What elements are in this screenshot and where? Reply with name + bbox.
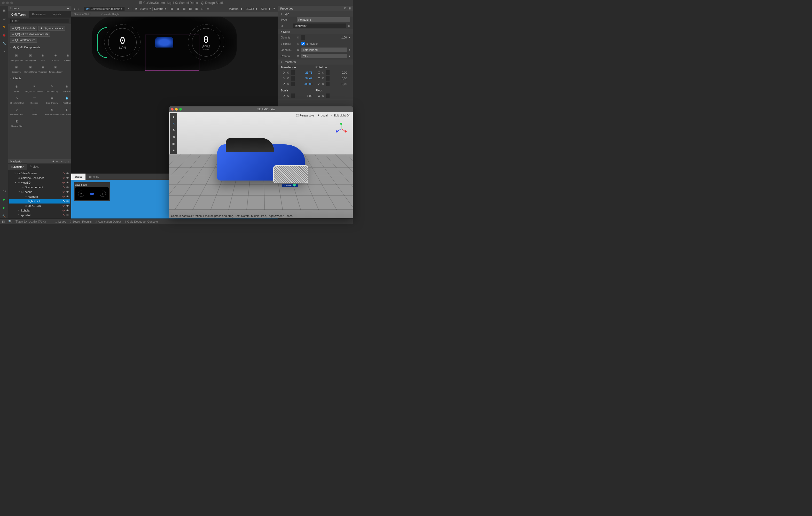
- effect-directional-blur[interactable]: ⬗Directional Blur: [9, 94, 24, 105]
- layout-icon[interactable]: ▦: [194, 6, 199, 11]
- visibility-icon[interactable]: 👁: [66, 213, 69, 217]
- gear-icon[interactable]: ⚙: [297, 48, 300, 51]
- nav-right-icon[interactable]: →: [60, 160, 63, 163]
- opacity-value[interactable]: 1,00: [327, 36, 347, 39]
- toggle-sidebar-icon[interactable]: ◧: [2, 220, 5, 223]
- tz-value[interactable]: -89,93: [296, 82, 313, 85]
- chip-qtquick-studio-components[interactable]: QtQuick.Studio.Components: [10, 32, 50, 37]
- debug-mode-icon[interactable]: 🐞: [2, 32, 7, 38]
- visibility-icon[interactable]: 👁: [66, 190, 69, 194]
- chip-qtquick-controls[interactable]: QtQuick.Controls: [10, 26, 37, 31]
- visibility-icon[interactable]: 👁: [66, 204, 69, 208]
- effect-displace[interactable]: 〰Displace: [25, 94, 44, 105]
- component-screen01[interactable]: ▣Screen01: [9, 63, 23, 74]
- tab-timeline[interactable]: Timeline: [86, 174, 102, 180]
- status-tab-search-results[interactable]: 2 Search Results: [70, 220, 92, 223]
- spinner-icon[interactable]: [301, 35, 305, 40]
- nav-forward-icon[interactable]: ›: [78, 7, 81, 11]
- monitor-icon[interactable]: 🖵: [2, 189, 7, 194]
- layout-icon[interactable]: ▦: [188, 6, 193, 11]
- fit-tool-icon[interactable]: ✦: [171, 148, 176, 153]
- component-kphdial[interactable]: ◉Kphdial: [48, 51, 63, 62]
- effect-color-overlay[interactable]: ✎Color Overlay: [45, 82, 59, 93]
- effect-fast-blur[interactable]: 💧Fast Blur: [60, 94, 71, 105]
- gear-icon[interactable]: ⚙: [287, 77, 290, 80]
- effect-colorize[interactable]: ◉Colorize: [60, 82, 71, 93]
- close-panel-icon[interactable]: ⊟: [348, 7, 351, 10]
- zoom2[interactable]: 33 %: [261, 7, 267, 10]
- chevron-down-icon[interactable]: ▾: [165, 7, 166, 10]
- chevron-down-icon[interactable]: ◆: [241, 7, 242, 10]
- minimize-window-icon[interactable]: [175, 108, 178, 111]
- link-icon[interactable]: ⟲: [62, 186, 64, 189]
- visibility-icon[interactable]: 👁: [66, 186, 69, 189]
- maximize-window-icon[interactable]: [179, 108, 182, 111]
- gear-icon[interactable]: ⚙: [297, 55, 300, 58]
- component-batterydisplay[interactable]: ▣Batterydisplay: [9, 51, 23, 62]
- chip-qtquick-layouts[interactable]: QtQuick.Layouts: [38, 26, 65, 31]
- chevron-down-icon[interactable]: ▾: [349, 55, 350, 57]
- car-3d-model[interactable]: Built with Qt: [217, 144, 305, 196]
- gear-icon[interactable]: ⚙: [287, 94, 290, 97]
- edit3d-viewport[interactable]: ▲ ↖ ✥ ⟲ ◧ ✦ ⬚Perspective ✦Local ♀Edit Li…: [169, 112, 353, 218]
- visibility-icon[interactable]: 👁: [66, 195, 69, 198]
- override-width-label[interactable]: Override Width: [74, 13, 91, 16]
- rotation-order-value[interactable]: YXZ: [301, 54, 347, 58]
- link-icon[interactable]: ⟲: [62, 176, 64, 180]
- nav-menu-icon[interactable]: ◆: [52, 160, 54, 163]
- tree-item-carviewscreen[interactable]: ⬚ carViewScreen ⟲ 👁: [9, 171, 70, 176]
- file-tab[interactable]: qml CarViewScreen.ui.qml* ▾: [84, 7, 124, 11]
- scale-tool-icon[interactable]: ◧: [171, 141, 176, 146]
- minimize-window-icon[interactable]: [6, 2, 9, 4]
- effect-brightness-contrast[interactable]: ☀Brightness Contrast: [25, 82, 44, 93]
- status-tab-qml-debugger-console[interactable]: 5 QML Debugger Console: [125, 220, 158, 223]
- select-tool-icon[interactable]: ▲: [171, 114, 176, 119]
- ry-value[interactable]: 0,00: [330, 77, 348, 80]
- component-dial[interactable]: ◉Dial: [38, 51, 48, 62]
- dock-icon[interactable]: ⧉: [344, 7, 346, 10]
- layout-icon[interactable]: ▭: [206, 6, 210, 11]
- state-card-base[interactable]: base state 0 2: [74, 182, 110, 201]
- layout-icon[interactable]: ▦: [182, 6, 186, 11]
- orientation-value[interactable]: LeftHanded: [301, 48, 347, 52]
- chevron-down-icon[interactable]: ◆: [255, 7, 257, 10]
- edit-mode-icon[interactable]: ▤: [2, 16, 7, 21]
- component-tempicon[interactable]: ▣Tempicon: [38, 63, 48, 74]
- edit3d-titlebar[interactable]: 3D Edit View: [169, 106, 353, 112]
- tree-item-rpmdial[interactable]: ⚙ rpmdial ⟲ 👁: [9, 213, 70, 218]
- edit3d-window[interactable]: 3D Edit View ▲ ↖ ✥ ⟲ ◧ ✦ ⬚Perspective ✦L…: [169, 106, 353, 218]
- effect-dropshadow[interactable]: ▣DropShadow: [45, 94, 59, 105]
- nav-down-icon[interactable]: ↓: [64, 160, 66, 163]
- tab-states[interactable]: States: [71, 173, 86, 180]
- help-mode-icon[interactable]: ?: [2, 49, 7, 54]
- layout-icon[interactable]: ▦: [169, 6, 174, 11]
- gear-icon[interactable]: ⚙: [297, 42, 300, 45]
- design-mode-icon[interactable]: ✎: [2, 24, 7, 29]
- link-icon[interactable]: ⟲: [62, 190, 64, 194]
- tree-item-gen-g70[interactable]: 🖼 gen...G70 ⟲ 👁: [9, 203, 70, 208]
- visibility-icon[interactable]: 👁: [66, 209, 69, 212]
- layout-icon[interactable]: ▦: [176, 6, 180, 11]
- effect-glow[interactable]: ○Glow: [25, 106, 44, 117]
- chip-qt-saferenderer[interactable]: Qt.SafeRenderer: [10, 38, 37, 42]
- status-tab-application-output[interactable]: 3 Application Output: [95, 220, 121, 223]
- visibility-icon[interactable]: 👁: [66, 200, 69, 203]
- library-filter-input[interactable]: [10, 19, 69, 23]
- transform-section-header[interactable]: ▾Transform: [278, 59, 353, 64]
- view-mode[interactable]: 2D/3D: [246, 7, 254, 10]
- export-icon[interactable]: ⊕: [348, 24, 350, 28]
- search-icon[interactable]: 🔍: [8, 220, 12, 223]
- tree-item-lightpoint[interactable]: 3d lightPoint ⟲ 👁: [9, 199, 70, 203]
- chevron-down-icon[interactable]: ▾: [349, 36, 350, 39]
- build-icon[interactable]: 🔨: [2, 213, 7, 219]
- projects-mode-icon[interactable]: 🔧: [2, 41, 7, 46]
- refresh-icon[interactable]: ⟳: [272, 6, 277, 11]
- gear-icon[interactable]: ⚙: [287, 82, 290, 85]
- gear-icon[interactable]: ⚙: [322, 71, 325, 74]
- zoom-value[interactable]: 100 %: [140, 7, 148, 10]
- chevron-down-icon[interactable]: ▾: [349, 49, 350, 51]
- local-toggle[interactable]: ✦Local: [317, 114, 327, 117]
- perspective-toggle[interactable]: ⬚Perspective: [296, 114, 314, 117]
- component-batteryicon[interactable]: ▣Batteryicon: [24, 51, 37, 62]
- effect-gaussian-blur[interactable]: ⬙Gaussian Blur: [9, 106, 24, 117]
